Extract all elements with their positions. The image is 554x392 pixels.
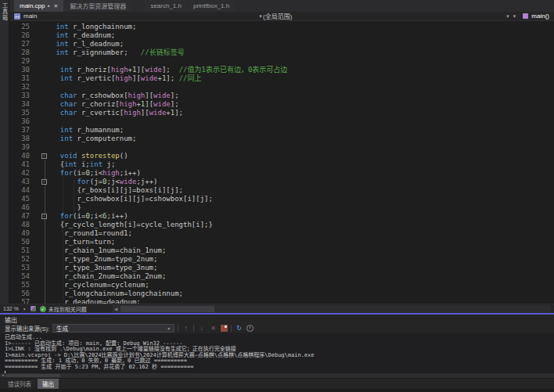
doc-tab-search_1.h[interactable]: search_1.h [145,0,187,12]
output-log[interactable]: 已启动生成...1>------ 已启动生成: 项目: main, 配置: De… [0,333,554,378]
line-number[interactable]: 43 [9,178,33,186]
code-line: 51 r_chain_1num=chain_1num; [9,246,554,255]
scope-name: (全局范围) [263,12,292,20]
line-number[interactable]: 33 [9,92,33,100]
panel-tab-输出[interactable]: 输出 [38,379,59,389]
code-line: 25 int r_longchainnum; [9,23,554,31]
doc-tab-main.cpp[interactable]: main.cpp●✕ [14,0,63,12]
outline-gutter [33,221,52,229]
code-line: 33 char r_cshowbox[high][wide]; [9,92,554,100]
line-number[interactable]: 38 [9,135,33,143]
output-lines: 已启动生成...1>------ 已启动生成: 项目: main, 配置: De… [5,335,554,370]
line-number[interactable]: 28 [9,49,33,57]
code-text: {r_cycle_length[i]=cycle_length[i];} [52,221,213,229]
outline-gutter [33,40,52,49]
collapse-toggle[interactable]: - [41,153,47,159]
line-number[interactable]: 45 [9,195,33,203]
line-number[interactable]: 25 [9,23,33,31]
line-number[interactable]: 40 [9,152,33,160]
method-icon [523,13,528,19]
line-number[interactable]: 34 [9,100,33,109]
line-number[interactable]: 27 [9,40,33,49]
document-health-indicator[interactable]: ✓ 未找到相关问题 [40,305,87,313]
line-number[interactable]: 52 [9,255,33,264]
scroll-left-icon[interactable]: ◀ [0,372,5,378]
code-text: int r_vertic[high][wide+1]; //同上 [52,74,201,83]
scrollbar-thumb[interactable] [5,374,60,377]
outline-gutter [33,143,52,152]
word-wrap-icon[interactable]: ↻ [235,324,243,333]
code-line: 44 {r_boxs[i][j]=boxs[i][j]; [9,186,554,195]
code-line: 43- for(j=0;j<wide;j++) [9,178,554,186]
code-line: 37 int r_humannum; [9,126,554,135]
scroll-left-icon[interactable]: ◀ [113,306,118,311]
toolbox-side-tab[interactable]: 工具箱 [0,0,9,304]
project-dropdown[interactable]: ++ main ▼ [14,13,263,20]
health-text: 未找到相关问题 [49,305,87,313]
goto-prev-message-icon[interactable]: ↑ [182,324,190,333]
collapse-toggle[interactable]: - [41,179,47,185]
scope-dropdown[interactable]: (全局范围) ▼ [263,12,510,20]
code-text: r_type_3num=type_3num; [52,264,157,272]
code-line: 49 r_round1=round1; [9,229,554,238]
line-number[interactable]: 46 [9,203,33,212]
code-text: for(i=0;i<high;i++) [52,169,141,178]
code-text: r_chain_2num=chain_2num; [52,272,166,281]
line-number[interactable]: 54 [9,272,33,281]
scrollbar-thumb[interactable] [121,306,214,312]
doc-tab-printfbox_1.h[interactable]: printfbox_1.h [188,0,235,12]
code-line: 32 [9,83,554,92]
line-number[interactable]: 57 [9,298,33,304]
code-text: int r_signnumber; //长链标签号 [52,49,185,57]
code-line: 45 r_cshowbox[i][j]=cshowbox[i][j]; [9,195,554,203]
line-number[interactable]: 32 [9,83,33,92]
line-number[interactable]: 37 [9,126,33,135]
outline-gutter [33,255,52,264]
code-line: 34 char r_choriz[high+1][wide]; [9,100,554,109]
code-text: r_cyclenum=cyclenum; [52,281,149,290]
line-number[interactable]: 42 [9,169,33,178]
code-line: 30 int r_horiz[high+1][wide]; //值为1表示已有边… [9,66,554,74]
line-number[interactable]: 26 [9,31,33,40]
line-number[interactable]: 30 [9,66,33,74]
timestamp-icon[interactable] [246,325,254,332]
line-number[interactable]: 48 [9,221,33,229]
line-number[interactable]: 39 [9,143,33,152]
doc-tab-解决方案资源管理器[interactable]: 解决方案资源管理器 [64,0,131,12]
line-number[interactable]: 50 [9,238,33,246]
clear-all-icon[interactable] [221,325,228,332]
output-horizontal-scrollbar[interactable]: ◀ [0,373,554,378]
code-text: r_cshowbox[i][j]=cshowbox[i][j]; [52,195,213,203]
line-number[interactable]: 49 [9,229,33,238]
collapse-toggle[interactable]: - [41,214,47,219]
panel-tab-错误列表[interactable]: 错误列表 [3,379,36,389]
output-source-select[interactable]: 生成 ▼ [52,324,174,333]
zoom-level[interactable]: 132 % [3,306,19,311]
line-number[interactable]: 29 [9,57,33,66]
code-text: int r_humannum; [52,126,124,135]
doc-tab-label: search_1.h [150,2,182,9]
goto-next-message-icon[interactable]: ↓ [197,324,206,333]
line-number[interactable]: 47 [9,212,33,221]
line-number[interactable]: 31 [9,74,33,83]
line-number[interactable]: 56 [9,290,33,298]
line-number[interactable]: 41 [9,160,33,169]
chevron-down-icon[interactable]: ▼ [512,14,516,19]
copy-output-icon[interactable]: ✕ [209,324,218,333]
close-icon[interactable]: ✕ [54,3,59,9]
code-text: {int i;int j; [52,160,115,169]
line-number[interactable]: 51 [9,246,33,255]
zoom-dropdown-icon[interactable]: ▼ [23,307,27,311]
horizontal-scrollbar[interactable]: ◀ [113,305,551,313]
line-number[interactable]: 55 [9,281,33,290]
member-dropdown[interactable]: ▼ main() [510,13,549,20]
line-number[interactable]: 36 [9,117,33,126]
line-number[interactable]: 44 [9,186,33,195]
outline-gutter [33,264,52,272]
code-line: 56 r_longchainnum=longchainnum; [9,290,554,298]
line-number[interactable]: 53 [9,264,33,272]
outline-gutter: - [33,212,52,221]
code-editor[interactable]: 25 int r_longchainnum;26 int r_deadnum;2… [9,21,554,304]
code-cleanup-icon[interactable] [31,306,36,311]
line-number[interactable]: 35 [9,109,33,117]
